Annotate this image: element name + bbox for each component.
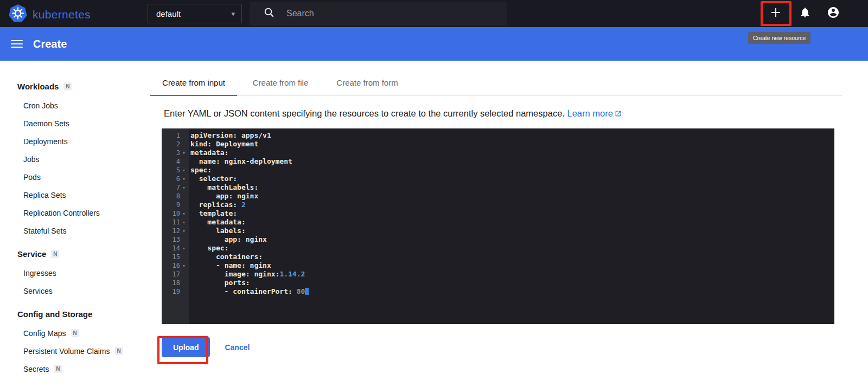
- editor-line-gutter: 11▾: [162, 218, 189, 227]
- main-content: Create from inputCreate from fileCreate …: [150, 61, 868, 387]
- plus-icon: [769, 6, 782, 21]
- sidebar-item-pods[interactable]: Pods: [17, 168, 150, 186]
- code-token: [190, 227, 216, 235]
- line-number: 17: [162, 270, 180, 279]
- editor-line-6: 6▾ selector:: [162, 175, 834, 183]
- editor-line-gutter: 3▾: [162, 149, 189, 157]
- fold-arrow-icon[interactable]: ▾: [180, 261, 188, 270]
- sidebar-item-label: Secrets: [23, 365, 49, 373]
- sidebar-item-daemon-sets[interactable]: Daemon Sets: [17, 114, 150, 132]
- fold-arrow-empty: [180, 279, 188, 287]
- sidebar-section-service[interactable]: ServiceN: [17, 243, 150, 264]
- yaml-editor[interactable]: 1apiVersion: apps/v12kind: Deployment3▾m…: [162, 128, 834, 324]
- namespaced-badge: N: [71, 329, 79, 337]
- line-number: 14: [162, 244, 180, 253]
- learn-more-link[interactable]: Learn more: [567, 108, 622, 118]
- line-number: 12: [162, 227, 180, 235]
- editor-line-gutter: 8: [162, 192, 189, 201]
- editor-line-gutter: 1: [162, 131, 189, 140]
- sidebar-item-replica-sets[interactable]: Replica Sets: [17, 186, 150, 204]
- line-number: 10: [162, 209, 180, 218]
- editor-line-code: - name: nginx: [189, 261, 271, 270]
- external-link-icon: [615, 109, 622, 119]
- top-bar: kubernetes default ▾ Search: [0, 0, 868, 27]
- line-number: 7: [162, 183, 180, 192]
- code-token: [190, 279, 225, 287]
- editor-line-gutter: 4: [162, 157, 189, 166]
- code-token: [190, 253, 216, 261]
- editor-line-gutter: 2: [162, 140, 189, 149]
- upload-button[interactable]: Upload: [162, 337, 210, 357]
- kubernetes-logo-brand[interactable]: kubernetes: [8, 4, 91, 25]
- chevron-down-icon: ▾: [231, 10, 235, 18]
- tab-create-from-input[interactable]: Create from input: [150, 69, 237, 95]
- namespace-selector[interactable]: default ▾: [148, 4, 242, 23]
- fold-arrow-icon[interactable]: ▾: [180, 244, 188, 253]
- sidebar-item-secrets[interactable]: SecretsN: [17, 360, 150, 378]
- fold-arrow-icon[interactable]: ▾: [180, 166, 188, 175]
- tab-bar: Create from inputCreate from fileCreate …: [150, 69, 842, 96]
- app-bar: Create: [0, 27, 868, 61]
- sidebar-item-persistent-volume-claims[interactable]: Persistent Volume ClaimsN: [17, 342, 150, 360]
- fold-arrow-icon[interactable]: ▾: [180, 149, 188, 157]
- kubernetes-logo-icon: [8, 4, 28, 25]
- sidebar-item-label: Stateful Sets: [23, 227, 66, 235]
- editor-line-gutter: 10▾: [162, 209, 189, 218]
- code-token: [190, 201, 199, 209]
- line-number: 13: [162, 235, 180, 244]
- sidebar-item-ingresses[interactable]: Ingresses: [17, 264, 150, 282]
- namespaced-badge: N: [63, 82, 72, 91]
- fold-arrow-icon[interactable]: ▾: [180, 175, 188, 183]
- fold-arrow-icon[interactable]: ▾: [180, 209, 188, 218]
- sidebar-item-replication-controllers[interactable]: Replication Controllers: [17, 204, 150, 222]
- code-token: [190, 244, 207, 252]
- cancel-button[interactable]: Cancel: [225, 343, 250, 352]
- fold-arrow-icon[interactable]: ▾: [180, 227, 188, 235]
- sidebar-section-workloads[interactable]: WorkloadsN: [17, 76, 150, 96]
- namespace-selected-value: default: [156, 9, 181, 18]
- notifications-button[interactable]: [795, 4, 815, 23]
- fold-arrow-empty: [180, 235, 188, 244]
- editor-line-gutter: 12▾: [162, 227, 189, 235]
- search-input[interactable]: Search: [250, 2, 507, 25]
- editor-line-code: labels:: [189, 227, 246, 235]
- sidebar-item-label: Cron Jobs: [23, 101, 58, 110]
- code-token: labels:: [216, 227, 246, 235]
- create-new-resource-button[interactable]: [766, 4, 786, 23]
- editor-line-code: metadata:: [189, 149, 228, 157]
- sidebar-item-deployments[interactable]: Deployments: [17, 132, 150, 150]
- editor-line-code: selector:: [189, 175, 237, 183]
- fold-arrow-empty: [180, 157, 188, 166]
- editor-line-code: app: nginx: [189, 235, 267, 244]
- tab-create-from-file[interactable]: Create from file: [237, 69, 324, 95]
- account-circle-icon: [827, 6, 840, 21]
- sidebar-item-stateful-sets[interactable]: Stateful Sets: [17, 222, 150, 240]
- menu-icon[interactable]: [11, 38, 23, 50]
- sidebar-item-jobs[interactable]: Jobs: [17, 150, 150, 168]
- editor-line-13: 13 app: nginx: [162, 235, 834, 244]
- editor-line-gutter: 16▾: [162, 261, 189, 270]
- editor-caret: [305, 288, 309, 295]
- editor-line-gutter: 19: [162, 287, 189, 296]
- sidebar-item-services[interactable]: Services: [17, 282, 150, 300]
- fold-arrow-icon[interactable]: ▾: [180, 218, 188, 227]
- bell-icon: [799, 7, 811, 21]
- fold-arrow-icon[interactable]: ▾: [180, 183, 188, 192]
- search-placeholder: Search: [286, 9, 314, 18]
- account-menu-button[interactable]: [824, 4, 843, 23]
- create-description-text: Enter YAML or JSON content specifying th…: [164, 108, 565, 118]
- editor-line-code: containers:: [189, 253, 263, 261]
- sidebar-item-config-maps[interactable]: Config MapsN: [17, 324, 150, 342]
- code-token: spec:: [190, 166, 212, 174]
- sidebar-section-label: Service: [17, 249, 46, 259]
- editor-line-8: 8 app: nginx: [162, 192, 834, 201]
- sidebar-section-config-and-storage[interactable]: Config and Storage: [17, 304, 150, 324]
- sidebar-item-label: Daemon Sets: [23, 119, 69, 128]
- editor-line-1: 1apiVersion: apps/v1: [162, 131, 834, 140]
- line-number: 19: [162, 287, 180, 296]
- tab-create-from-form[interactable]: Create from form: [324, 69, 411, 95]
- sidebar-item-cron-jobs[interactable]: Cron Jobs: [17, 96, 150, 114]
- editor-line-11: 11▾ metadata:: [162, 218, 834, 227]
- line-number: 6: [162, 175, 180, 183]
- fold-arrow-empty: [180, 253, 188, 261]
